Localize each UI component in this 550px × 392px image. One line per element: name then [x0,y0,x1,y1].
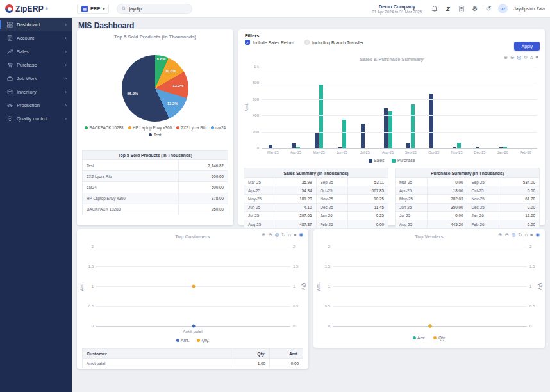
data-view-icon[interactable]: ≡ [536,55,538,60]
settings-gear-icon[interactable]: ⚙ [471,4,479,13]
search-icon [122,6,126,11]
search-input[interactable] [129,6,187,12]
sidebar-item-account[interactable]: Account› [0,31,72,45]
sidebar-item-production[interactable]: Production› [0,99,72,112]
company-name: Demo Company [372,4,422,10]
legend-item-hp-laptop-envy-x360[interactable]: HP Laptop Envy x360 [128,126,172,130]
home-icon[interactable]: ⌂ [288,233,292,238]
zoom-out-icon[interactable]: ⊖ [510,55,514,60]
zoom-in-icon[interactable]: ⊕ [498,233,502,238]
erp-module-dropdown[interactable]: ▦ ERP ▾ [77,4,109,14]
venders-chart-toolbar: ⊕⊖◎↻⌂≡◉ [498,233,540,238]
venders-chart-canvas[interactable]: 221.51.5110.50.500 [333,247,527,327]
chat-icon[interactable]: Z [444,4,452,13]
bar-sales-Oct-25 [429,94,433,148]
main-content: MIS Dashboard Top 5 Sold Products (in Th… [72,18,550,392]
global-search [117,4,192,14]
chevron-right-icon: › [65,89,67,95]
search-icon[interactable]: ◉ [299,233,303,238]
table-row: Jul-250.00Jan-2612.00 [396,211,540,220]
customers-chart-canvas[interactable]: 221.51.5110.50.500 [96,247,290,327]
chevron-right-icon: › [65,62,67,68]
customers-chart-legend: Amt.Qty. [77,338,308,343]
sidebar-item-label: Inventory [17,89,61,95]
home-icon[interactable]: ⌂ [530,55,533,60]
quality-icon [6,116,13,122]
sidebar-item-purchase[interactable]: Purchase› [0,58,72,72]
column-header: Qty. [231,349,270,359]
table-row: 2X2 Lycra Rib500.00 [83,171,228,182]
sidebar-item-inventory[interactable]: Inventory› [0,85,72,99]
company-selector[interactable]: Demo Company 01 Apr 2024 to 31 Mar 2025 [372,4,422,14]
chevron-right-icon: › [65,116,67,122]
notification-bell-icon[interactable] [430,4,438,13]
sidebar-item-job-work[interactable]: Job Work› [0,72,72,85]
top-products-pie-chart[interactable] [122,55,188,122]
calculator-icon[interactable] [457,4,465,13]
pie-slice-label: 10.0% [165,69,176,73]
x-axis-tick: Feb-26 [514,151,537,154]
production-icon [6,102,13,109]
right-axis-tick: 0 [529,324,541,328]
legend-item-test[interactable]: Test [149,133,161,137]
zoom-window-icon[interactable]: ◎ [517,55,521,60]
app-logo[interactable]: ZipERP® [0,4,72,13]
legend-item-purchase[interactable]: Purchase [392,158,415,163]
legend-item-amt[interactable]: Amt. [413,336,426,340]
restore-icon[interactable]: ↻ [524,55,528,60]
data-view-icon[interactable]: ≡ [530,233,533,238]
zoom-out-icon[interactable]: ⊖ [268,233,272,238]
data-view-icon[interactable]: ≡ [294,233,296,238]
legend-item-qty[interactable]: Qty. [433,336,446,340]
bar-group-Sep-25 [399,67,422,148]
sidebar-item-dashboard[interactable]: Dashboard› [0,18,72,31]
including-branch-transfer-checkbox[interactable]: Including Branch Transfer [304,40,363,45]
legend-item-backpack-10288[interactable]: BACKPACK 10288 [85,126,124,130]
restore-icon[interactable]: ↻ [518,233,522,238]
sidebar-item-quality-control[interactable]: Quality control› [0,112,72,126]
sidebar-item-sales[interactable]: Sales› [0,45,72,58]
right-axis-tick: 1.5 [529,265,541,268]
search-icon[interactable]: ◉ [535,233,540,238]
zoom-window-icon[interactable]: ◎ [275,233,279,238]
sidebar-item-label: Account [17,35,61,41]
user-name[interactable]: Jaydipsinh Zala [513,6,545,11]
pie-legend: BACKPACK 10288HP Laptop Envy x3602X2 Lyc… [82,126,228,137]
legend-item-qty[interactable]: Qty. [197,338,209,343]
bar-sales-Jul-25 [361,124,365,148]
legend-item-amt[interactable]: Amt. [176,338,190,343]
left-axis-tick: 2 [82,245,94,249]
table-header: Purchase Summary (in Thousands) [396,168,540,178]
history-icon[interactable]: ↺ [484,4,492,13]
bar-group-May-25 [308,67,331,148]
legend-square-icon [392,159,396,163]
pie-slice-label: 6.6% [157,57,166,61]
legend-dot-icon [433,336,437,339]
bar-group-Aug-25 [376,67,399,148]
left-axis-tick: 0 [82,324,94,328]
home-icon[interactable]: ⌂ [525,233,528,238]
account-icon [6,35,13,42]
apply-filters-button[interactable]: Apply [514,42,540,51]
legend-item-2x2-lycra-rib[interactable]: 2X2 Lycra Rib [176,126,206,130]
legend-item-sales[interactable]: Sales [369,158,385,163]
sales-summary-table: Sales Summary (in Thousands) Mar-2535.99… [244,168,388,229]
legend-dot-icon [211,126,214,129]
pie-chart-title: Top 5 Sold Products (in Thousands) [77,34,233,40]
restore-icon[interactable]: ↻ [281,233,285,238]
user-avatar[interactable]: JZ [498,4,508,13]
y-axis-tick: 600 [244,97,259,101]
bar-sales-May-25 [315,133,319,148]
zoom-out-icon[interactable]: ⊖ [504,233,508,238]
bar-chart-canvas[interactable]: 1 k8006004002000 [262,67,537,148]
zoom-in-icon[interactable]: ⊕ [504,55,508,60]
zoom-window-icon[interactable]: ◎ [512,233,516,238]
bar-sales-Apr-25 [292,143,296,148]
table-row: Mar-250.00Sep-25534.00 [396,178,540,186]
zoom-in-icon[interactable]: ⊕ [262,233,265,238]
bar-group-Apr-25 [285,67,308,148]
include-sales-return-checkbox[interactable]: ✓ Include Sales Return [245,40,294,45]
right-axis-tick: 0.5 [529,304,541,308]
bar-purchase-Aug-25 [388,111,392,148]
legend-item-car24[interactable]: car24 [211,126,226,130]
